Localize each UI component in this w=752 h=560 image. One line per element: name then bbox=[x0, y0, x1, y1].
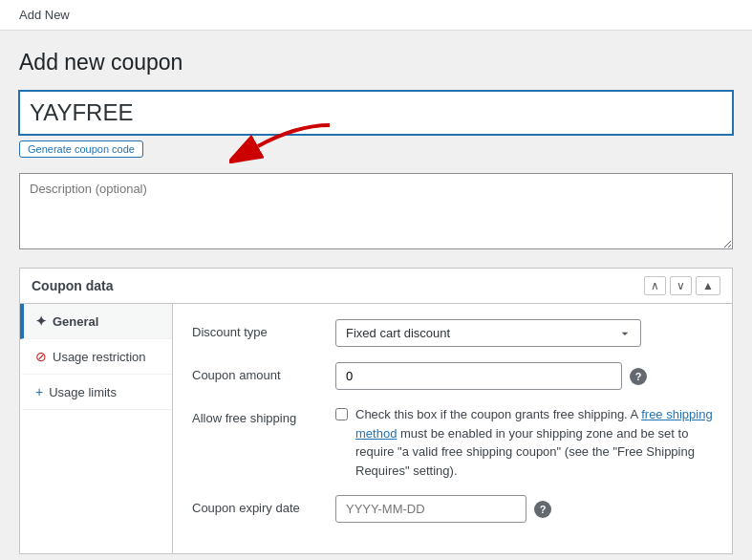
restriction-tab-icon: ⊘ bbox=[35, 349, 47, 364]
expiry-date-row: Coupon expiry date ? bbox=[192, 495, 713, 523]
discount-type-label: Discount type bbox=[192, 319, 335, 339]
expiry-date-label: Coupon expiry date bbox=[192, 495, 335, 515]
main-content: Add new coupon Generate coupon code Coup… bbox=[0, 31, 752, 560]
description-section bbox=[19, 169, 733, 252]
coupon-amount-label: Coupon amount bbox=[192, 362, 335, 382]
collapse-up-btn[interactable]: ∧ bbox=[644, 276, 666, 295]
amount-help-icon[interactable]: ? bbox=[630, 368, 647, 385]
coupon-data-header: Coupon data ∧ ∨ ▲ bbox=[20, 269, 732, 304]
description-textarea[interactable] bbox=[19, 173, 733, 249]
tab-usage-limits[interactable]: + Usage limits bbox=[20, 375, 172, 410]
general-tab-icon: ✦ bbox=[35, 313, 47, 329]
coupon-data-title: Coupon data bbox=[32, 278, 114, 293]
coupon-amount-field: ? bbox=[335, 362, 713, 390]
collapse-toggle-btn[interactable]: ▲ bbox=[696, 276, 720, 295]
discount-type-field: Percentage discount Fixed cart discount … bbox=[335, 319, 713, 347]
free-shipping-row: Allow free shipping Check this box if th… bbox=[192, 405, 713, 480]
free-shipping-text: Check this box if the coupon grants free… bbox=[355, 405, 713, 480]
coupon-amount-row: Coupon amount ? bbox=[192, 362, 713, 390]
expiry-help-icon[interactable]: ? bbox=[534, 501, 551, 518]
discount-type-select[interactable]: Percentage discount Fixed cart discount … bbox=[335, 319, 641, 347]
coupon-data-box: Coupon data ∧ ∨ ▲ ✦ General ⊘ Usage rest… bbox=[19, 268, 733, 554]
free-shipping-checkbox[interactable] bbox=[335, 408, 348, 420]
generate-coupon-btn[interactable]: Generate coupon code bbox=[19, 140, 143, 158]
limits-tab-label: Usage limits bbox=[49, 385, 117, 399]
tab-usage-restriction[interactable]: ⊘ Usage restriction bbox=[20, 339, 172, 375]
header-controls: ∧ ∨ ▲ bbox=[644, 276, 720, 295]
general-tab-label: General bbox=[53, 314, 98, 329]
expiry-date-field: ? bbox=[335, 495, 713, 523]
coupon-code-input[interactable] bbox=[19, 91, 733, 135]
top-bar: Add New bbox=[0, 0, 752, 31]
collapse-down-btn[interactable]: ∨ bbox=[670, 276, 692, 295]
restriction-tab-label: Usage restriction bbox=[53, 350, 146, 364]
free-shipping-label: Allow free shipping bbox=[192, 405, 335, 425]
expiry-date-input[interactable] bbox=[335, 495, 526, 523]
free-shipping-field: Check this box if the coupon grants free… bbox=[335, 405, 713, 480]
coupon-amount-input[interactable] bbox=[335, 362, 622, 390]
sidebar-tabs: ✦ General ⊘ Usage restriction + Usage li… bbox=[20, 304, 173, 553]
general-tab-content: Discount type Percentage discount Fixed … bbox=[173, 304, 732, 553]
add-new-link[interactable]: Add New bbox=[19, 8, 70, 22]
coupon-data-body: ✦ General ⊘ Usage restriction + Usage li… bbox=[20, 304, 732, 553]
tab-general[interactable]: ✦ General bbox=[20, 304, 172, 339]
discount-type-row: Discount type Percentage discount Fixed … bbox=[192, 319, 713, 347]
coupon-code-section: Generate coupon code bbox=[19, 91, 733, 158]
limits-tab-icon: + bbox=[35, 384, 43, 399]
page-title: Add new coupon bbox=[19, 50, 733, 75]
